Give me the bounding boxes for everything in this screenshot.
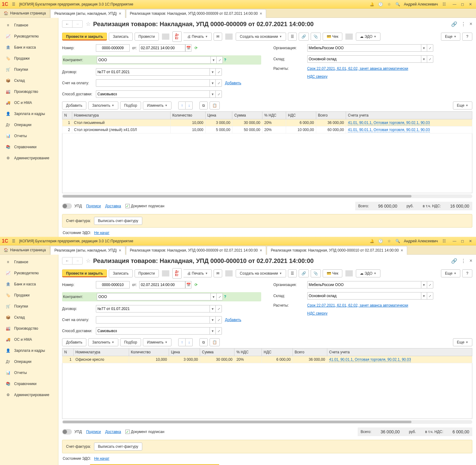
dropdown-icon[interactable]: ▼: [421, 292, 427, 300]
post-and-close-button[interactable]: Провести и закрыть: [62, 269, 107, 277]
star-icon[interactable]: ☆: [385, 238, 393, 244]
calendar-icon[interactable]: 📅: [185, 281, 191, 288]
post-button[interactable]: Провести: [135, 269, 159, 277]
field-input[interactable]: [96, 90, 210, 98]
attach-icon-button[interactable]: 📎: [311, 33, 321, 41]
favorite-icon[interactable]: ☆: [86, 21, 91, 27]
doc-signed-checkbox[interactable]: ✓: [125, 430, 130, 434]
post-and-close-button[interactable]: Провести и закрыть: [62, 33, 107, 41]
col-header[interactable]: Счета учета: [346, 112, 472, 119]
vat-link[interactable]: НДС сверху: [307, 74, 328, 79]
move-down-button[interactable]: ↓: [186, 101, 193, 109]
write-button[interactable]: Записать: [109, 33, 132, 41]
write-button[interactable]: Записать: [109, 269, 132, 277]
col-header[interactable]: N: [62, 348, 74, 356]
sidebar-item[interactable]: 🛒 Покупки: [0, 301, 58, 312]
col-header[interactable]: Всего: [293, 348, 327, 356]
more-button[interactable]: Еще▼: [441, 269, 460, 277]
forward-button[interactable]: →: [72, 21, 82, 27]
open-icon[interactable]: ⤢: [217, 56, 223, 64]
col-header[interactable]: Сумма: [200, 348, 234, 356]
table-row[interactable]: 2 Стол эргономичный (левый) х41.03Л 10,0…: [62, 126, 472, 133]
close-icon[interactable]: ×: [470, 21, 472, 27]
add-row-button[interactable]: Добавить: [62, 338, 86, 346]
history-icon[interactable]: 🕑: [377, 238, 384, 244]
forward-button[interactable]: →: [72, 257, 82, 264]
number-input[interactable]: [96, 44, 130, 52]
sidebar-item[interactable]: 📦 Склад: [0, 312, 58, 323]
sidebar-item[interactable]: 🏷️ Продажи: [0, 290, 58, 301]
edo-button[interactable]: ☁ ЭДО▼: [356, 269, 380, 277]
date-input[interactable]: [139, 281, 185, 288]
move-up-button[interactable]: ↑: [178, 338, 186, 346]
create-based-on-button[interactable]: Создать на основании▼: [236, 33, 286, 41]
col-header[interactable]: % НДС: [234, 348, 262, 356]
pick-button[interactable]: Подбор: [120, 338, 141, 346]
doc-tab[interactable]: Реализация товаров: Накладная, УПД 0000-…: [267, 246, 407, 255]
history-icon[interactable]: 🕑: [377, 1, 384, 8]
sidebar-item[interactable]: 🏭 Производство: [0, 86, 58, 97]
close-icon[interactable]: ×: [401, 248, 403, 253]
help-button[interactable]: ?: [462, 269, 472, 277]
sidebar-item[interactable]: 📊 Отчеты: [0, 367, 58, 378]
doc-tab[interactable]: Реализация товаров: Накладная, УПД 0000-…: [126, 246, 266, 255]
sidebar-item[interactable]: 🏦 Банк и касса: [0, 42, 58, 53]
hamburger-icon[interactable]: ☰: [10, 1, 17, 8]
delivery-link[interactable]: Доставка: [105, 204, 121, 208]
move-up-button[interactable]: ↑: [178, 101, 186, 109]
calendar-icon[interactable]: 📅: [185, 44, 191, 52]
col-header[interactable]: НДС: [286, 112, 316, 119]
add-link[interactable]: Добавить: [225, 318, 241, 322]
field-input[interactable]: [307, 44, 421, 52]
hint-icon[interactable]: ?: [224, 58, 226, 62]
col-header[interactable]: Количество: [129, 348, 169, 356]
receipt-button[interactable]: 💳 Чек: [323, 33, 342, 41]
bell-icon[interactable]: 🔔: [368, 238, 376, 244]
col-header[interactable]: Всего: [316, 112, 346, 119]
add-link[interactable]: Добавить: [225, 81, 241, 85]
dropdown-icon[interactable]: ▼: [210, 327, 216, 335]
doc-tab[interactable]: Реализация (акты, накладные, УПД) ×: [50, 9, 125, 18]
open-icon[interactable]: ⤢: [216, 305, 222, 312]
signatures-link[interactable]: Подписи: [86, 204, 101, 208]
col-header[interactable]: % НДС: [262, 112, 286, 119]
home-tab[interactable]: 🏠 Начальная страница: [0, 245, 50, 254]
sidebar-item[interactable]: Дт Операции: [0, 356, 58, 367]
vat-link[interactable]: НДС сверху: [307, 311, 328, 316]
move-down-button[interactable]: ↓: [186, 338, 193, 346]
close-button[interactable]: ✕: [467, 1, 474, 8]
col-header[interactable]: Сумма: [232, 112, 262, 119]
col-header[interactable]: Номенклатура: [72, 112, 170, 119]
dropdown-icon[interactable]: ▼: [421, 55, 427, 63]
link-icon[interactable]: 🔗: [451, 258, 457, 264]
sidebar-item[interactable]: Дт Операции: [0, 119, 58, 130]
close-icon[interactable]: ×: [119, 248, 121, 253]
sidebar-item[interactable]: 📚 Справочники: [0, 141, 58, 153]
sidebar-item[interactable]: 📦 Склад: [0, 75, 58, 86]
list-icon-button[interactable]: ☰: [288, 33, 297, 41]
link-structure-icon-button[interactable]: 🔗: [299, 269, 309, 277]
open-icon[interactable]: ⤢: [217, 293, 223, 300]
sidebar-item[interactable]: 📚 Справочники: [0, 378, 58, 389]
dropdown-icon[interactable]: ▼: [210, 316, 216, 324]
user-name[interactable]: Андрей Алексеевич: [404, 2, 438, 6]
field-input[interactable]: [96, 305, 210, 312]
copy-button[interactable]: ⧉: [199, 101, 208, 109]
field-input[interactable]: [307, 281, 421, 288]
open-icon[interactable]: ⤢: [427, 44, 433, 52]
edo-button[interactable]: ☁ ЭДО▼: [356, 33, 380, 41]
table-row[interactable]: 1 Офисное кресло 10,000 3 000,00 30 000,…: [62, 356, 472, 363]
create-based-on-button[interactable]: Создать на основании▼: [236, 269, 286, 277]
home-tab[interactable]: 🏠 Начальная страница: [0, 9, 50, 18]
back-button[interactable]: ←: [62, 257, 72, 264]
paste-button[interactable]: 📋: [210, 338, 220, 346]
upd-switch[interactable]: [62, 429, 72, 435]
bell-icon[interactable]: 🔔: [368, 1, 376, 8]
dropdown-icon[interactable]: ▼: [210, 305, 216, 312]
close-icon[interactable]: ×: [260, 248, 262, 253]
open-icon[interactable]: ⤢: [216, 90, 222, 98]
upd-switch[interactable]: [62, 203, 72, 209]
fill-button[interactable]: Заполнить▼: [88, 338, 118, 346]
help-button[interactable]: ?: [462, 33, 472, 41]
open-icon[interactable]: ⤢: [427, 55, 433, 63]
